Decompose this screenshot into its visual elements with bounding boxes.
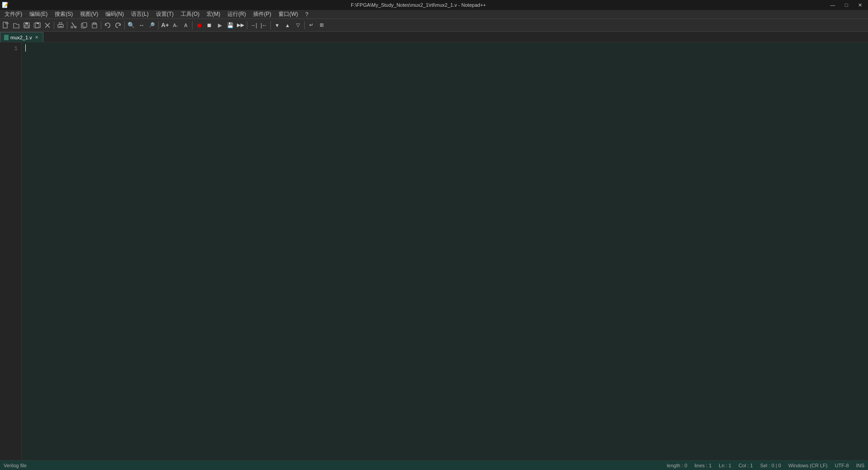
svg-rect-10 <box>58 24 63 28</box>
menu-edit[interactable]: 编辑(E) <box>26 9 51 19</box>
toolbar-sep-3 <box>101 21 101 29</box>
svg-rect-3 <box>25 23 28 24</box>
tab-file-icon <box>4 35 9 40</box>
status-encoding: UTF-8 <box>835 463 849 468</box>
status-file-type: Verilog file <box>4 463 27 468</box>
toolbar-close-button[interactable] <box>42 20 52 30</box>
window-title: F:\FPGA\My_Study_Notes\mux2_1\rtl\mux2_1… <box>351 2 486 8</box>
toolbar-replace-button[interactable]: ↔ <box>137 20 146 30</box>
toolbar-cut-button[interactable] <box>69 20 79 30</box>
menu-encoding[interactable]: 编码(N) <box>102 9 127 19</box>
toolbar-fold-button[interactable]: ▼ <box>272 20 282 30</box>
menu-tools[interactable]: 工具(O) <box>177 9 203 19</box>
toolbar-sep-7 <box>247 21 247 29</box>
status-lines: lines : 1 <box>694 463 712 468</box>
status-bar: Verilog file length : 0 lines : 1 Ln : 1… <box>0 460 868 470</box>
toolbar-save-all-button[interactable] <box>32 20 42 30</box>
toolbar-zoom-in-button[interactable]: A+ <box>160 20 170 30</box>
menu-run[interactable]: 运行(R) <box>224 9 250 19</box>
menu-search[interactable]: 搜索(S) <box>51 9 76 19</box>
tab-label: mux2_1.v <box>10 35 32 40</box>
toolbar-indent-button[interactable]: →| <box>249 20 259 30</box>
toolbar-undo-button[interactable] <box>103 20 113 30</box>
toolbar-macro-record-button[interactable]: ⏺ <box>194 20 204 30</box>
line-number-1: 1 <box>2 44 18 54</box>
svg-rect-4 <box>25 25 28 27</box>
toolbar-paste-button[interactable] <box>90 20 99 30</box>
toolbar-fold-level-button[interactable]: ▽ <box>293 20 303 30</box>
toolbar-sep-9 <box>304 21 305 29</box>
menu-macro[interactable]: 宏(M) <box>203 9 224 19</box>
toolbar-sep-1 <box>54 21 54 29</box>
menu-help[interactable]: ? <box>302 10 312 19</box>
toolbar-restore-zoom-button[interactable]: A <box>181 20 191 30</box>
tab-close-button[interactable]: ✕ <box>34 35 39 40</box>
tab-bar: mux2_1.v ✕ <box>0 32 868 42</box>
status-col: Col : 1 <box>739 463 753 468</box>
status-left: Verilog file <box>4 463 27 468</box>
window-controls: — □ ✕ <box>826 1 866 9</box>
toolbar-open-button[interactable] <box>11 20 21 30</box>
editor-content[interactable] <box>25 44 864 52</box>
menu-bar: 文件(F) 编辑(E) 搜索(S) 视图(V) 编码(N) 语言(L) 设置(T… <box>0 10 868 19</box>
toolbar-sep-5 <box>158 21 159 29</box>
toolbar-find-in-files-button[interactable]: 🔎 <box>147 20 157 30</box>
svg-rect-12 <box>59 26 62 27</box>
status-line-ending: Windows (CR LF) <box>788 463 828 468</box>
toolbar-sep-8 <box>270 21 271 29</box>
toolbar-sep-6 <box>192 21 193 29</box>
toolbar-macro-play-button[interactable]: ▶ <box>215 20 225 30</box>
toolbar-sep-2 <box>67 21 67 29</box>
status-length: length : 0 <box>667 463 687 468</box>
toolbar-copy-button[interactable] <box>79 20 89 30</box>
cursor-line <box>25 44 864 52</box>
line-numbers: 1 <box>0 42 22 460</box>
toolbar-macro-stop-button[interactable]: ⏹ <box>204 20 214 30</box>
svg-rect-7 <box>37 23 39 24</box>
toolbar-find-button[interactable]: 🔍 <box>126 20 136 30</box>
svg-rect-17 <box>83 23 87 27</box>
menu-plugins[interactable]: 插件(P) <box>250 9 275 19</box>
toolbar-redo-button[interactable] <box>113 20 123 30</box>
svg-point-14 <box>71 26 73 28</box>
svg-rect-0 <box>3 22 7 28</box>
status-sel: Sel : 0 | 0 <box>760 463 781 468</box>
editor-area[interactable] <box>22 42 868 460</box>
svg-line-13 <box>72 23 75 28</box>
close-button[interactable]: ✕ <box>854 1 866 9</box>
toolbar-sep-4 <box>124 21 125 29</box>
toolbar-outdent-button[interactable]: |← <box>259 20 269 30</box>
tab-mux2-1[interactable]: mux2_1.v ✕ <box>0 32 43 42</box>
toolbar-macro-save-button[interactable]: 💾 <box>225 20 235 30</box>
menu-window[interactable]: 窗口(W) <box>275 9 302 19</box>
status-ins-mode: INS <box>856 463 864 468</box>
toolbar-print-button[interactable] <box>56 20 66 30</box>
app-icon: 📝 <box>2 2 9 8</box>
toolbar-new-button[interactable] <box>1 20 11 30</box>
status-ln: Ln : 1 <box>719 463 731 468</box>
toolbar: 🔍 ↔ 🔎 A+ A- A ⏺ ⏹ ▶ 💾 ▶▶ →| |← ▼ ▲ ▽ ↵ ⊞ <box>0 19 868 32</box>
menu-settings[interactable]: 设置(T) <box>152 9 177 19</box>
menu-language[interactable]: 语言(L) <box>127 9 152 19</box>
menu-view[interactable]: 视图(V) <box>76 9 102 19</box>
minimize-button[interactable]: — <box>826 1 839 9</box>
menu-file[interactable]: 文件(F) <box>1 9 26 19</box>
title-bar: 📝 F:\FPGA\My_Study_Notes\mux2_1\rtl\mux2… <box>0 0 868 10</box>
toolbar-zoom-out-button[interactable]: A- <box>170 20 180 30</box>
maximize-button[interactable]: □ <box>840 1 853 9</box>
toolbar-word-wrap-button[interactable]: ↵ <box>306 20 316 30</box>
status-right: length : 0 lines : 1 Ln : 1 Col : 1 Sel … <box>667 463 864 468</box>
toolbar-save-button[interactable] <box>22 20 32 30</box>
main-area: 1 <box>0 42 868 460</box>
toolbar-project-button[interactable]: ⊞ <box>316 20 326 30</box>
text-cursor <box>25 44 26 52</box>
toolbar-unfold-button[interactable]: ▲ <box>283 20 292 30</box>
toolbar-macro-run-multiple-button[interactable]: ▶▶ <box>236 20 245 30</box>
